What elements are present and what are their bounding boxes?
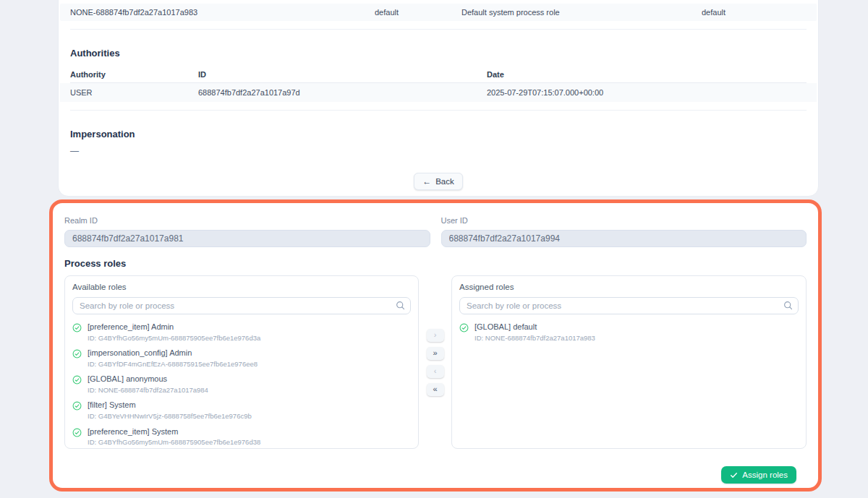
assign-roles-section: Realm ID User ID Process roles Available… <box>49 199 822 491</box>
cell-id: 688874fb7df2a27a1017a97d <box>198 88 487 97</box>
back-button-row: ← Back <box>70 173 807 190</box>
check-circle-icon <box>459 323 469 332</box>
available-roles-panel: Available roles <box>64 275 419 449</box>
assigned-roles-panel: Assigned roles <box>451 275 807 449</box>
role-list-item[interactable]: [GLOBAL] default ID: NONE-688874fb7df2a2… <box>459 322 799 342</box>
col-authority: Authority <box>70 70 198 79</box>
assigned-roles-list: [GLOBAL] default ID: NONE-688874fb7df2a2… <box>459 322 799 342</box>
role-texts: [GLOBAL] anonymous ID: NONE-688874fb7df2… <box>88 374 208 394</box>
role-list-item[interactable]: [preference_item] System ID: G4BYfhGo56m… <box>72 427 411 447</box>
col-id: ID <box>198 70 487 79</box>
role-texts: [GLOBAL] default ID: NONE-688874fb7df2a2… <box>475 322 595 342</box>
assign-roles-button[interactable]: Assign roles <box>721 466 796 484</box>
role-name: [preference_item] Admin <box>88 322 260 332</box>
process-roles-heading: Process roles <box>64 258 807 269</box>
search-icon <box>783 301 793 310</box>
check-circle-icon <box>72 375 82 385</box>
available-search-input[interactable] <box>72 297 411 314</box>
user-id-input <box>441 230 807 247</box>
move-all-left-button[interactable]: « <box>427 383 444 396</box>
role-list-item[interactable]: [impersonation_config] Admin ID: G4BYfDF… <box>72 348 411 368</box>
assign-roles-label: Assign roles <box>742 471 788 479</box>
role-id: ID: NONE-688874fb7df2a27a1017a984 <box>88 386 208 394</box>
table-row[interactable]: NONE-688874fb7df2a27a1017a983 default De… <box>60 4 817 21</box>
page: NONE-688874fb7df2a27a1017a983 default De… <box>0 0 868 498</box>
move-all-right-button[interactable]: » <box>427 347 444 360</box>
role-id: ID: G4BYfhGo56my5mUm-688875905ee7fb6e1e9… <box>88 438 260 446</box>
assign-button-row: Assign roles <box>64 466 796 484</box>
cell-date: 2025-07-29T07:15:07.000+00:00 <box>487 88 807 97</box>
available-roles-title: Available roles <box>72 283 411 291</box>
authorities-table: Authority ID Date USER 688874fb7df2a27a1… <box>70 66 807 111</box>
realm-id-input <box>64 230 430 247</box>
assigned-search-input[interactable] <box>459 297 799 314</box>
impersonation-heading: Impersonation <box>70 129 807 139</box>
role-texts: [preference_item] Admin ID: G4BYfhGo56my… <box>88 322 260 342</box>
table-divider <box>70 102 807 111</box>
role-texts: [filter] System ID: G4BYeVHHNwIrV5jz-688… <box>88 400 252 420</box>
process-role-table: NONE-688874fb7df2a27a1017a983 default De… <box>70 4 807 30</box>
assigned-roles-title: Assigned roles <box>459 283 799 291</box>
user-id-field-group: User ID <box>441 216 807 247</box>
move-left-button[interactable]: ‹ <box>427 365 444 378</box>
col-date: Date <box>487 70 807 79</box>
role-list-item[interactable]: [filter] System ID: G4BYeVHHNwIrV5jz-688… <box>72 400 411 420</box>
user-id-label: User ID <box>441 216 807 225</box>
search-icon <box>396 301 405 310</box>
role-id: ID: G4BYeVHHNwIrV5jz-6888758f5ee7fb6e1e9… <box>88 412 252 420</box>
role-id: ID: G4BYfhGo56my5mUm-688875905ee7fb6e1e9… <box>88 334 260 342</box>
cell-role-desc: Default system process role <box>461 8 702 17</box>
authorities-header-row: Authority ID Date <box>70 66 807 83</box>
role-name: [impersonation_config] Admin <box>88 348 258 359</box>
role-name: [GLOBAL] default <box>475 322 595 332</box>
realm-id-label: Realm ID <box>64 216 430 225</box>
authorities-row[interactable]: USER 688874fb7df2a27a1017a97d 2025-07-29… <box>60 83 817 102</box>
detail-card: NONE-688874fb7df2a27a1017a983 default De… <box>58 0 819 197</box>
role-name: [GLOBAL] anonymous <box>88 374 208 385</box>
role-id: ID: NONE-688874fb7df2a27a1017a983 <box>475 334 595 342</box>
role-name: [filter] System <box>88 400 252 411</box>
role-texts: [impersonation_config] Admin ID: G4BYfDF… <box>88 348 258 368</box>
id-fields: Realm ID User ID <box>64 216 807 247</box>
role-list-item[interactable]: [GLOBAL] anonymous ID: NONE-688874fb7df2… <box>72 374 411 394</box>
check-circle-icon <box>72 349 82 359</box>
cell-role-name: default <box>375 8 461 17</box>
assigned-search-box <box>459 297 799 314</box>
authorities-heading: Authorities <box>70 48 807 59</box>
cell-role-id: NONE-688874fb7df2a27a1017a983 <box>70 8 375 17</box>
back-button-label: Back <box>435 177 454 186</box>
realm-id-field-group: Realm ID <box>64 216 430 247</box>
cell-role-key: default <box>702 8 807 17</box>
impersonation-value: — <box>70 146 807 156</box>
cell-authority: USER <box>70 88 198 97</box>
role-texts: [preference_item] System ID: G4BYfhGo56m… <box>88 427 260 447</box>
role-id: ID: G4BYfDF4mGnEfEzA-688875915ee7fb6e1e9… <box>88 360 258 368</box>
role-list-item[interactable]: [preference_item] Admin ID: G4BYfhGo56my… <box>72 322 411 342</box>
check-icon <box>730 471 738 479</box>
available-roles-list: [preference_item] Admin ID: G4BYfhGo56my… <box>72 322 411 449</box>
move-right-button[interactable]: › <box>427 329 444 342</box>
back-button[interactable]: ← Back <box>414 173 463 190</box>
check-circle-icon <box>72 401 82 411</box>
check-circle-icon <box>72 323 82 332</box>
role-name: [preference_item] System <box>88 427 260 437</box>
arrow-left-icon: ← <box>422 177 431 186</box>
available-search-box <box>72 297 411 314</box>
check-circle-icon <box>72 428 82 437</box>
table-divider <box>70 21 807 30</box>
transfer-buttons: › » ‹ « <box>419 275 451 449</box>
roles-transfer-widget: Available roles <box>64 275 807 449</box>
